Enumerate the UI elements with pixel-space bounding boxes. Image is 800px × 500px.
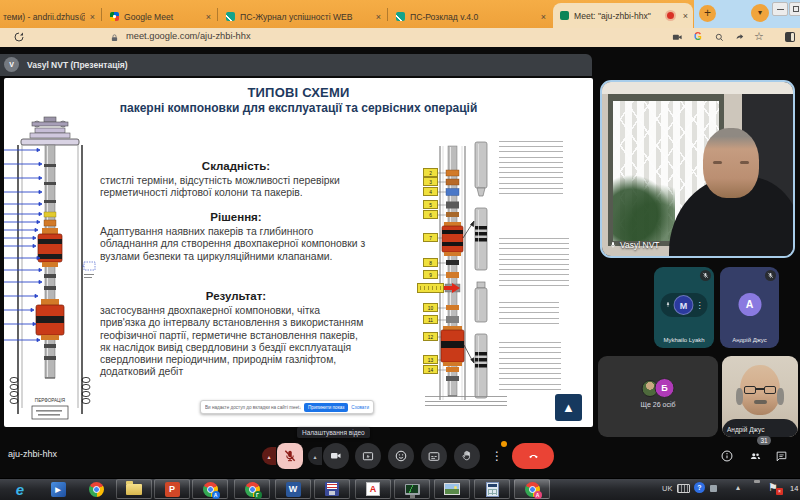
stop-sharing-button[interactable]: Припинити показ xyxy=(304,403,348,412)
new-tab-button[interactable]: + xyxy=(699,5,716,22)
participant-tile-andrii-2[interactable]: Андрій Джус xyxy=(722,356,798,437)
avatar: Б xyxy=(655,378,675,398)
mic-mute-button[interactable] xyxy=(277,443,303,469)
folder-icon xyxy=(126,484,142,495)
tab-meet-active[interactable]: Meet: "aju-zhbi-hhx" × xyxy=(553,3,693,28)
tool-annotation-4 xyxy=(499,342,561,390)
pin-icon[interactable] xyxy=(665,301,672,309)
call-end-icon xyxy=(525,450,542,462)
window-maximize-button[interactable] xyxy=(789,2,800,16)
video-settings-tooltip: Налаштування відео xyxy=(297,427,370,438)
meet-active-favicon xyxy=(560,11,569,20)
lock-icon[interactable] xyxy=(110,33,119,43)
minimize-icon xyxy=(777,9,784,10)
tab-title: Google Meet xyxy=(124,12,201,22)
floppy-icon xyxy=(325,482,339,496)
share-icon[interactable] xyxy=(734,32,746,43)
callout-9: 9 xyxy=(423,270,438,279)
overflow-participants-tile[interactable]: Б Ще 26 осіб xyxy=(598,356,718,437)
tab-title: ПС-Журнал успішності WEB xyxy=(240,12,371,22)
captions-button[interactable] xyxy=(421,443,447,469)
leave-call-button[interactable] xyxy=(512,443,554,469)
present-screen-button[interactable] xyxy=(355,443,381,469)
reactions-button[interactable] xyxy=(388,443,414,469)
taskbar-save-app-icon[interactable] xyxy=(314,479,350,499)
language-indicator[interactable]: UK xyxy=(662,484,672,493)
keyboard-tray-icon[interactable] xyxy=(677,484,690,493)
google-g-icon[interactable]: G xyxy=(694,31,702,42)
taskbar-chrome-icon[interactable] xyxy=(78,479,114,499)
tool-annotation-2 xyxy=(499,238,569,290)
tray-app-icon[interactable] xyxy=(710,485,717,492)
chat-button[interactable] xyxy=(775,449,788,467)
chat-icon xyxy=(775,450,788,463)
taskbar-clock[interactable]: 14 xyxy=(790,484,800,493)
taskbar-remote-app-icon[interactable] xyxy=(394,479,430,499)
side-panel-icon[interactable] xyxy=(785,32,795,42)
window-minimize-button[interactable] xyxy=(772,2,788,16)
taskbar-word-icon[interactable]: W xyxy=(275,479,311,499)
taskbar-chrome-profile-a-icon[interactable]: A xyxy=(192,479,228,499)
taskbar-chrome-profile-g-icon[interactable]: Г xyxy=(234,479,270,499)
tab-google-meet[interactable]: Google Meet × xyxy=(103,5,216,28)
help-tray-icon[interactable]: ? xyxy=(694,482,705,493)
presenter-label: Vasyl NVT (Презентація) xyxy=(27,54,128,76)
taskbar-powerpoint-icon[interactable]: P xyxy=(154,479,190,499)
tab-capture-camera-icon[interactable] xyxy=(671,32,684,43)
meet-favicon xyxy=(110,12,119,21)
taskbar-ie-icon[interactable]: e xyxy=(2,479,38,499)
participant-tile-andrii-1[interactable]: А Андрій Джус xyxy=(720,267,779,348)
tab-divider xyxy=(387,8,388,21)
participant-tile-mykhailo[interactable]: M ⋮ Mykhailo Lyakh xyxy=(654,267,714,348)
more-participants-label: Ще 26 осіб xyxy=(640,401,675,408)
taskbar-adobe-reader-icon[interactable]: A xyxy=(355,479,391,499)
tile-hover-controls[interactable]: M ⋮ xyxy=(661,293,708,317)
callout-7: 7 xyxy=(423,233,438,242)
close-icon[interactable]: × xyxy=(683,11,688,21)
section-result-body: застосування двохпакерної компоновки, чі… xyxy=(100,305,363,379)
participant-name: Андрій Джус xyxy=(732,337,767,343)
taskbar-media-player-icon[interactable]: ▶ xyxy=(40,479,76,499)
url-text[interactable]: meet.google.com/aju-zhbi-hhx xyxy=(126,31,251,41)
reload-icon[interactable] xyxy=(13,31,25,43)
presenter-avatar: V xyxy=(4,57,19,72)
callout-12: 12 xyxy=(423,332,438,341)
participants-button[interactable] xyxy=(748,449,763,467)
tab-search-chevron-icon[interactable]: ▾ xyxy=(751,4,769,22)
close-icon[interactable]: × xyxy=(376,12,381,22)
taskbar-calculator-icon[interactable] xyxy=(474,479,510,499)
raise-hand-button[interactable] xyxy=(454,443,480,469)
section-complexity-heading: Складність: xyxy=(100,160,372,172)
chrome-logo-icon xyxy=(89,482,104,497)
close-icon[interactable]: × xyxy=(206,12,211,22)
word-glyph: W xyxy=(286,482,301,497)
tab-ps-journal[interactable]: ПС-Журнал успішності WEB × xyxy=(219,5,386,28)
slide-title-line1: ТИПОВІ СХЕМИ xyxy=(4,85,593,100)
mic-options-chevron[interactable]: ▴ xyxy=(262,447,276,465)
tool-annotation-1 xyxy=(499,141,563,196)
tab-gmail[interactable]: теми) - andrii.dzhus@nu × xyxy=(0,5,100,28)
taskbar-chrome-active-icon[interactable]: A xyxy=(514,479,550,499)
calculator-icon xyxy=(486,482,499,497)
camera-button[interactable] xyxy=(323,443,349,469)
more-options-icon[interactable]: ⋮ xyxy=(696,301,704,310)
tab-divider xyxy=(217,8,218,21)
bookmark-star-icon[interactable]: ☆ xyxy=(754,30,764,43)
taskbar-explorer-icon[interactable] xyxy=(116,479,152,499)
close-icon[interactable]: × xyxy=(541,12,546,22)
emoji-icon xyxy=(394,449,408,463)
mic-off-icon xyxy=(283,449,297,463)
presentation-slide: ТИПОВІ СХЕМИ пакерні компоновки для експ… xyxy=(4,78,593,427)
speaker-name-label: Vasyl NVT xyxy=(609,240,660,250)
hide-share-bar-link[interactable]: Сховати xyxy=(351,405,369,410)
speaker-face xyxy=(713,161,749,164)
camera-options-chevron[interactable]: ▴ xyxy=(308,447,322,465)
tray-expand-icon[interactable]: ▴ xyxy=(736,483,740,492)
zoom-icon[interactable] xyxy=(714,32,725,43)
tab-ps-schedule[interactable]: ПС-Розклад v.4.0 × xyxy=(389,5,551,28)
meeting-details-button[interactable] xyxy=(720,449,734,467)
main-video-tile[interactable]: Vasyl NVT xyxy=(600,80,795,258)
taskbar-photo-viewer-icon[interactable] xyxy=(434,479,470,499)
close-icon[interactable]: × xyxy=(90,12,95,22)
mustache xyxy=(754,400,767,404)
